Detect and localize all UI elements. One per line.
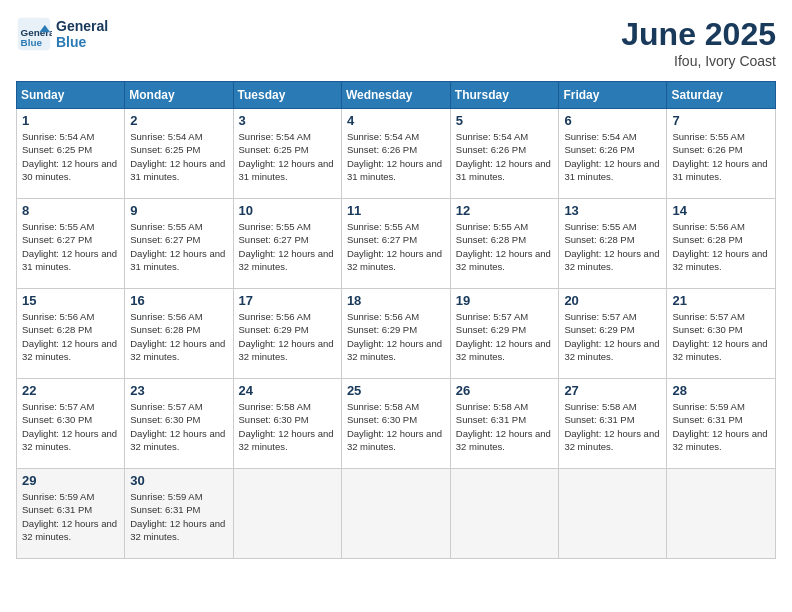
calendar-week-row: 29Sunrise: 5:59 AMSunset: 6:31 PMDayligh… — [17, 469, 776, 559]
day-number: 15 — [22, 293, 119, 308]
day-info: Sunrise: 5:57 AMSunset: 6:29 PMDaylight:… — [456, 310, 554, 363]
calendar-cell: 16Sunrise: 5:56 AMSunset: 6:28 PMDayligh… — [125, 289, 233, 379]
day-info: Sunrise: 5:55 AMSunset: 6:27 PMDaylight:… — [22, 220, 119, 273]
logo-text: GeneralBlue — [56, 18, 108, 50]
calendar-cell: 24Sunrise: 5:58 AMSunset: 6:30 PMDayligh… — [233, 379, 341, 469]
weekday-header: Wednesday — [341, 82, 450, 109]
logo: General Blue GeneralBlue — [16, 16, 108, 52]
calendar-week-row: 8Sunrise: 5:55 AMSunset: 6:27 PMDaylight… — [17, 199, 776, 289]
day-number: 29 — [22, 473, 119, 488]
calendar-cell: 9Sunrise: 5:55 AMSunset: 6:27 PMDaylight… — [125, 199, 233, 289]
month-title: June 2025 — [621, 16, 776, 53]
calendar-cell: 28Sunrise: 5:59 AMSunset: 6:31 PMDayligh… — [667, 379, 776, 469]
title-block: June 2025 Ifou, Ivory Coast — [621, 16, 776, 69]
calendar-cell: 19Sunrise: 5:57 AMSunset: 6:29 PMDayligh… — [450, 289, 559, 379]
calendar-cell: 18Sunrise: 5:56 AMSunset: 6:29 PMDayligh… — [341, 289, 450, 379]
calendar-week-row: 22Sunrise: 5:57 AMSunset: 6:30 PMDayligh… — [17, 379, 776, 469]
calendar-cell: 17Sunrise: 5:56 AMSunset: 6:29 PMDayligh… — [233, 289, 341, 379]
weekday-header: Saturday — [667, 82, 776, 109]
day-number: 10 — [239, 203, 336, 218]
day-number: 21 — [672, 293, 770, 308]
day-number: 14 — [672, 203, 770, 218]
day-number: 18 — [347, 293, 445, 308]
day-info: Sunrise: 5:58 AMSunset: 6:30 PMDaylight:… — [347, 400, 445, 453]
day-info: Sunrise: 5:55 AMSunset: 6:26 PMDaylight:… — [672, 130, 770, 183]
calendar-cell: 20Sunrise: 5:57 AMSunset: 6:29 PMDayligh… — [559, 289, 667, 379]
day-info: Sunrise: 5:58 AMSunset: 6:31 PMDaylight:… — [456, 400, 554, 453]
day-info: Sunrise: 5:54 AMSunset: 6:25 PMDaylight:… — [22, 130, 119, 183]
day-info: Sunrise: 5:55 AMSunset: 6:28 PMDaylight:… — [456, 220, 554, 273]
calendar-cell: 23Sunrise: 5:57 AMSunset: 6:30 PMDayligh… — [125, 379, 233, 469]
day-number: 30 — [130, 473, 227, 488]
day-info: Sunrise: 5:56 AMSunset: 6:29 PMDaylight:… — [347, 310, 445, 363]
day-info: Sunrise: 5:59 AMSunset: 6:31 PMDaylight:… — [130, 490, 227, 543]
day-info: Sunrise: 5:56 AMSunset: 6:28 PMDaylight:… — [22, 310, 119, 363]
calendar-cell: 21Sunrise: 5:57 AMSunset: 6:30 PMDayligh… — [667, 289, 776, 379]
calendar-cell — [341, 469, 450, 559]
day-number: 11 — [347, 203, 445, 218]
day-number: 1 — [22, 113, 119, 128]
day-number: 16 — [130, 293, 227, 308]
weekday-header: Monday — [125, 82, 233, 109]
weekday-header: Tuesday — [233, 82, 341, 109]
day-info: Sunrise: 5:54 AMSunset: 6:26 PMDaylight:… — [347, 130, 445, 183]
calendar-cell: 26Sunrise: 5:58 AMSunset: 6:31 PMDayligh… — [450, 379, 559, 469]
calendar-cell: 12Sunrise: 5:55 AMSunset: 6:28 PMDayligh… — [450, 199, 559, 289]
day-info: Sunrise: 5:57 AMSunset: 6:29 PMDaylight:… — [564, 310, 661, 363]
weekday-header: Sunday — [17, 82, 125, 109]
day-number: 20 — [564, 293, 661, 308]
day-number: 24 — [239, 383, 336, 398]
weekday-header: Friday — [559, 82, 667, 109]
day-info: Sunrise: 5:56 AMSunset: 6:28 PMDaylight:… — [672, 220, 770, 273]
day-info: Sunrise: 5:55 AMSunset: 6:28 PMDaylight:… — [564, 220, 661, 273]
day-number: 8 — [22, 203, 119, 218]
calendar-cell: 10Sunrise: 5:55 AMSunset: 6:27 PMDayligh… — [233, 199, 341, 289]
calendar-cell — [559, 469, 667, 559]
day-info: Sunrise: 5:54 AMSunset: 6:26 PMDaylight:… — [456, 130, 554, 183]
day-info: Sunrise: 5:59 AMSunset: 6:31 PMDaylight:… — [672, 400, 770, 453]
day-number: 22 — [22, 383, 119, 398]
day-info: Sunrise: 5:58 AMSunset: 6:31 PMDaylight:… — [564, 400, 661, 453]
day-number: 27 — [564, 383, 661, 398]
weekday-header: Thursday — [450, 82, 559, 109]
day-number: 13 — [564, 203, 661, 218]
day-info: Sunrise: 5:55 AMSunset: 6:27 PMDaylight:… — [347, 220, 445, 273]
calendar-cell: 29Sunrise: 5:59 AMSunset: 6:31 PMDayligh… — [17, 469, 125, 559]
calendar-cell: 22Sunrise: 5:57 AMSunset: 6:30 PMDayligh… — [17, 379, 125, 469]
calendar-cell — [233, 469, 341, 559]
day-number: 2 — [130, 113, 227, 128]
calendar-cell: 6Sunrise: 5:54 AMSunset: 6:26 PMDaylight… — [559, 109, 667, 199]
day-number: 26 — [456, 383, 554, 398]
day-info: Sunrise: 5:59 AMSunset: 6:31 PMDaylight:… — [22, 490, 119, 543]
calendar-cell: 11Sunrise: 5:55 AMSunset: 6:27 PMDayligh… — [341, 199, 450, 289]
calendar-cell: 8Sunrise: 5:55 AMSunset: 6:27 PMDaylight… — [17, 199, 125, 289]
calendar-week-row: 15Sunrise: 5:56 AMSunset: 6:28 PMDayligh… — [17, 289, 776, 379]
calendar-cell: 25Sunrise: 5:58 AMSunset: 6:30 PMDayligh… — [341, 379, 450, 469]
day-info: Sunrise: 5:56 AMSunset: 6:28 PMDaylight:… — [130, 310, 227, 363]
day-number: 9 — [130, 203, 227, 218]
calendar-cell: 15Sunrise: 5:56 AMSunset: 6:28 PMDayligh… — [17, 289, 125, 379]
day-info: Sunrise: 5:56 AMSunset: 6:29 PMDaylight:… — [239, 310, 336, 363]
day-info: Sunrise: 5:57 AMSunset: 6:30 PMDaylight:… — [22, 400, 119, 453]
day-number: 12 — [456, 203, 554, 218]
calendar-cell: 13Sunrise: 5:55 AMSunset: 6:28 PMDayligh… — [559, 199, 667, 289]
day-number: 28 — [672, 383, 770, 398]
day-info: Sunrise: 5:57 AMSunset: 6:30 PMDaylight:… — [130, 400, 227, 453]
day-info: Sunrise: 5:55 AMSunset: 6:27 PMDaylight:… — [130, 220, 227, 273]
day-number: 23 — [130, 383, 227, 398]
calendar-cell: 4Sunrise: 5:54 AMSunset: 6:26 PMDaylight… — [341, 109, 450, 199]
weekday-header-row: SundayMondayTuesdayWednesdayThursdayFrid… — [17, 82, 776, 109]
calendar-cell: 14Sunrise: 5:56 AMSunset: 6:28 PMDayligh… — [667, 199, 776, 289]
calendar-week-row: 1Sunrise: 5:54 AMSunset: 6:25 PMDaylight… — [17, 109, 776, 199]
day-info: Sunrise: 5:54 AMSunset: 6:25 PMDaylight:… — [239, 130, 336, 183]
calendar-cell — [450, 469, 559, 559]
day-info: Sunrise: 5:57 AMSunset: 6:30 PMDaylight:… — [672, 310, 770, 363]
day-number: 3 — [239, 113, 336, 128]
svg-text:Blue: Blue — [21, 37, 43, 48]
location: Ifou, Ivory Coast — [621, 53, 776, 69]
calendar-cell: 2Sunrise: 5:54 AMSunset: 6:25 PMDaylight… — [125, 109, 233, 199]
day-info: Sunrise: 5:58 AMSunset: 6:30 PMDaylight:… — [239, 400, 336, 453]
day-number: 17 — [239, 293, 336, 308]
calendar-cell: 30Sunrise: 5:59 AMSunset: 6:31 PMDayligh… — [125, 469, 233, 559]
day-info: Sunrise: 5:54 AMSunset: 6:25 PMDaylight:… — [130, 130, 227, 183]
